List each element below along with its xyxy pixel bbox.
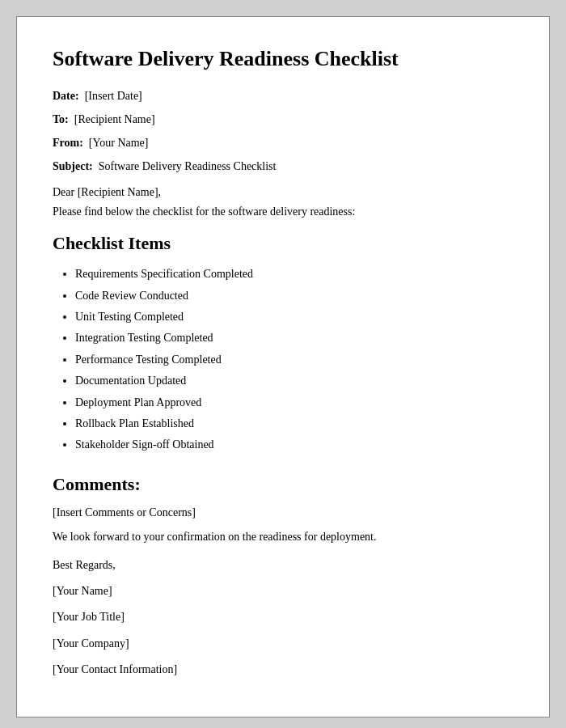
to-line: To: [Recipient Name] (53, 111, 513, 128)
comments-heading: Comments: (53, 474, 513, 495)
document-title: Software Delivery Readiness Checklist (53, 46, 513, 71)
subject-line: Subject: Software Delivery Readiness Che… (53, 158, 513, 175)
checklist-item: Integration Testing Completed (75, 329, 513, 347)
sig-contact: [Your Contact Information] (53, 661, 513, 679)
intro-text: Please find below the checklist for the … (53, 205, 513, 218)
sig-title: [Your Job Title] (53, 608, 513, 626)
sig-company: [Your Company] (53, 635, 513, 653)
checklist-item: Deployment Plan Approved (75, 394, 513, 412)
document-container: Software Delivery Readiness Checklist Da… (16, 16, 550, 717)
sig-name: [Your Name] (53, 582, 513, 600)
from-label: From: (53, 137, 83, 149)
checklist-item: Requirements Specification Completed (75, 265, 513, 283)
date-label: Date: (53, 90, 79, 102)
checklist-item: Documentation Updated (75, 372, 513, 390)
subject-label: Subject: (53, 160, 93, 172)
checklist-item: Code Review Conducted (75, 287, 513, 305)
subject-value: Software Delivery Readiness Checklist (99, 160, 277, 172)
checklist-heading: Checklist Items (53, 233, 513, 254)
checklist: Requirements Specification CompletedCode… (53, 265, 513, 455)
date-value: [Insert Date] (85, 90, 142, 102)
checklist-item: Rollback Plan Established (75, 415, 513, 433)
date-line: Date: [Insert Date] (53, 87, 513, 104)
signature-block: Best Regards, [Your Name] [Your Job Titl… (53, 557, 513, 679)
to-value: [Recipient Name] (74, 113, 155, 125)
checklist-item: Unit Testing Completed (75, 308, 513, 326)
checklist-item: Performance Testing Completed (75, 351, 513, 369)
sign-off: Best Regards, (53, 557, 513, 574)
greeting: Dear [Recipient Name], (53, 186, 513, 199)
from-value: [Your Name] (89, 137, 149, 149)
closing-text: We look forward to your confirmation on … (53, 531, 513, 544)
checklist-item: Stakeholder Sign-off Obtained (75, 436, 513, 454)
comments-placeholder: [Insert Comments or Concerns] (53, 506, 513, 519)
from-line: From: [Your Name] (53, 134, 513, 151)
to-label: To: (53, 113, 69, 125)
